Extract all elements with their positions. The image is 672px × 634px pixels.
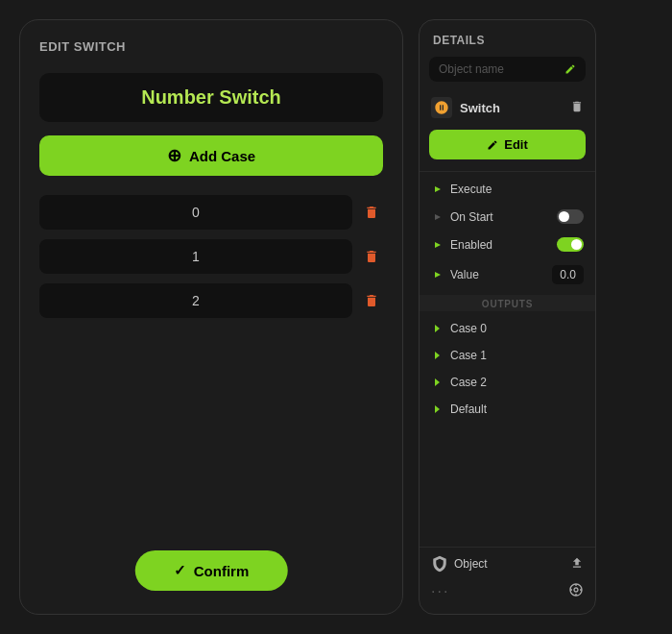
case2-label: Case 2 (450, 376, 584, 389)
edit-button[interactable]: Edit (429, 130, 586, 159)
output-default-row: Default (420, 396, 595, 423)
object-row: Object (431, 555, 584, 573)
default-arrow-icon (431, 402, 444, 416)
value-display: 0.0 (552, 265, 584, 284)
trash-icon (364, 248, 379, 265)
switch-node-icon (431, 97, 452, 118)
add-case-label: Add Case (189, 148, 255, 164)
output-case0-row: Case 0 (420, 315, 595, 342)
divider-1 (420, 171, 595, 172)
output-case2-row: Case 2 (420, 369, 595, 396)
value-arrow-icon (431, 268, 444, 281)
confirm-label: Confirm (194, 563, 250, 579)
target-button[interactable] (568, 582, 584, 600)
details-panel: Details Object name Switch Edit (419, 19, 596, 615)
table-row (39, 239, 383, 274)
enabled-toggle-thumb (571, 239, 582, 250)
execute-row: Execute (420, 176, 595, 203)
object-name-edit-button[interactable] (564, 63, 576, 75)
value-row: Value 0.0 (420, 258, 595, 291)
svg-marker-4 (435, 325, 440, 332)
delete-switch-button[interactable] (570, 100, 584, 116)
onstart-toggle[interactable] (557, 209, 584, 224)
svg-marker-1 (435, 214, 441, 220)
object-name-row: Object name (429, 57, 586, 82)
target-icon (568, 582, 584, 597)
outputs-section-label: Outputs (420, 295, 595, 311)
svg-marker-6 (435, 378, 440, 386)
enabled-label: Enabled (450, 238, 551, 252)
svg-marker-3 (435, 272, 441, 278)
case0-arrow-icon (431, 322, 444, 335)
more-options-button[interactable]: ··· (431, 583, 449, 600)
svg-marker-2 (435, 242, 441, 248)
ellipsis-icon: ··· (431, 583, 449, 599)
trash-icon (570, 100, 584, 113)
onstart-toggle-thumb (559, 211, 569, 222)
execute-label: Execute (450, 183, 584, 196)
enabled-toggle[interactable] (557, 237, 584, 252)
value-label: Value (450, 268, 546, 281)
trash-icon (364, 204, 379, 221)
onstart-row: On Start (420, 203, 595, 231)
bottom-actions: ··· (431, 578, 584, 600)
output-case1-row: Case 1 (420, 342, 595, 369)
panel-title: Edit Switch (39, 39, 126, 54)
object-icon (431, 555, 448, 573)
case1-arrow-icon (431, 349, 444, 362)
upload-icon (570, 556, 584, 570)
default-label: Default (450, 402, 584, 416)
edit-pencil-icon (487, 139, 498, 151)
trash-icon (364, 292, 379, 309)
delete-case-0-button[interactable] (360, 200, 383, 225)
confirm-button[interactable]: ✓ Confirm (135, 550, 288, 591)
case2-arrow-icon (431, 376, 444, 389)
onstart-label: On Start (450, 210, 551, 224)
switch-type-row: Switch (420, 91, 595, 124)
svg-marker-0 (435, 186, 441, 192)
edit-label: Edit (504, 137, 528, 152)
svg-marker-5 (435, 352, 440, 359)
add-case-button[interactable]: ⊕ Add Case (39, 135, 383, 176)
delete-case-1-button[interactable] (360, 244, 383, 269)
pencil-icon (564, 63, 576, 75)
details-header: Details (420, 34, 595, 57)
case1-label: Case 1 (450, 349, 584, 362)
case-input-1[interactable] (39, 239, 352, 274)
onstart-arrow-icon (431, 210, 444, 224)
table-row (39, 195, 383, 230)
object-name-placeholder: Object name (439, 62, 564, 76)
delete-case-2-button[interactable] (360, 288, 383, 313)
upload-button[interactable] (570, 556, 584, 573)
cases-list (39, 195, 383, 318)
object-label: Object (454, 557, 564, 571)
execute-arrow-icon (431, 183, 444, 196)
bottom-section: Object ··· (420, 547, 595, 604)
edit-switch-panel: Edit Switch Number Switch ⊕ Add Case (19, 19, 403, 615)
case-input-2[interactable] (39, 283, 352, 318)
checkmark-icon: ✓ (174, 562, 186, 579)
switch-type-label: Switch (460, 101, 563, 115)
plus-icon: ⊕ (167, 147, 181, 164)
svg-marker-7 (435, 405, 440, 413)
switch-name-display: Number Switch (39, 73, 383, 122)
case-input-0[interactable] (39, 195, 352, 230)
table-row (39, 283, 383, 318)
enabled-arrow-icon (431, 238, 444, 252)
case0-label: Case 0 (450, 322, 584, 335)
enabled-row: Enabled (420, 231, 595, 258)
